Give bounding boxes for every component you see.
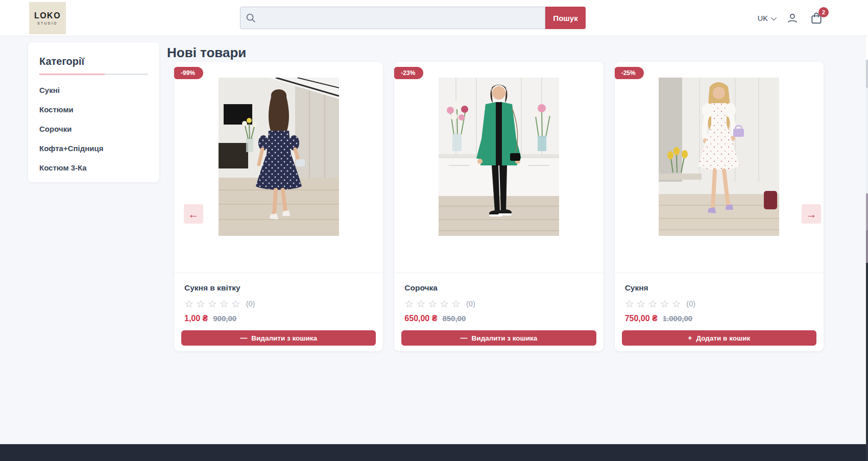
minus-icon: — — [461, 334, 468, 342]
discount-badge: -23% — [394, 67, 423, 79]
minus-icon: — — [240, 334, 247, 342]
search-icon — [245, 12, 256, 23]
discount-badge: -99% — [174, 67, 203, 79]
old-price: 850,00 — [442, 314, 466, 323]
product-name[interactable]: Сорочка — [404, 283, 593, 293]
arrow-right-icon: → — [806, 209, 817, 220]
search-form: Пошук — [240, 7, 586, 29]
product-card: -99% — [174, 62, 383, 351]
sidebar-item-dresses[interactable]: Сукні — [39, 86, 148, 94]
rating-row: ☆☆☆☆☆ (0) — [184, 299, 373, 309]
rating-count: (0) — [686, 300, 695, 308]
product-photo-white-dress[interactable] — [615, 62, 824, 273]
old-price: 1.000,00 — [663, 314, 692, 323]
rating-row: ☆☆☆☆☆ (0) — [625, 299, 813, 309]
sidebar-item-top-skirt[interactable]: Кофта+Спідниця — [39, 144, 148, 153]
current-price: 750,00 ₴ — [625, 314, 658, 323]
price-row: 650,00 ₴ 850,00 — [404, 314, 593, 323]
product-name[interactable]: Сукня — [625, 283, 813, 293]
current-price: 1,00 ₴ — [184, 314, 208, 323]
rating-row: ☆☆☆☆☆ (0) — [404, 299, 593, 309]
old-price: 900,00 — [213, 314, 236, 323]
arrow-left-icon: ← — [188, 209, 199, 220]
button-label: Додати в кошик — [696, 334, 751, 342]
product-card: -25% — [615, 62, 824, 351]
product-photo-floral-dress[interactable] — [174, 62, 383, 273]
star-rating-icons: ☆☆☆☆☆ — [184, 299, 243, 309]
carousel-prev-button[interactable]: ← — [184, 204, 203, 224]
logo-subtitle: STUDIO — [37, 21, 58, 25]
product-card: -23% — [394, 62, 603, 351]
categories-panel: Категорії Сукні Костюми Сорочки Кофта+Сп… — [28, 42, 159, 182]
remove-from-cart-button[interactable]: — Видалити з кошика — [181, 330, 376, 346]
remove-from-cart-button[interactable]: — Видалити з кошика — [401, 330, 596, 346]
header-right: UK 2 — [758, 0, 823, 36]
discount-badge: -25% — [615, 67, 644, 79]
add-to-cart-button[interactable]: + Додати в кошик — [622, 330, 816, 346]
header: LOKO STUDIO Пошук UK 2 — [0, 0, 868, 36]
star-rating-icons: ☆☆☆☆☆ — [625, 299, 684, 309]
logo[interactable]: LOKO STUDIO — [29, 2, 66, 34]
sidebar-item-suit-3[interactable]: Костюм 3-Ка — [39, 163, 148, 172]
product-image — [439, 78, 559, 236]
product-info: Сукня в квітку ☆☆☆☆☆ (0) 1,00 ₴ 900,00 — [174, 273, 383, 324]
page-title: Нові товари — [167, 45, 246, 61]
sidebar-item-shirts[interactable]: Сорочки — [39, 125, 148, 133]
search-button[interactable]: Пошук — [545, 7, 586, 29]
right-edge-sliver — [866, 0, 868, 461]
current-price: 650,00 ₴ — [404, 314, 437, 323]
chevron-down-icon — [771, 14, 777, 20]
cart-count-badge: 2 — [818, 7, 829, 17]
product-image — [219, 78, 339, 236]
categories-title-rule — [39, 74, 148, 75]
product-info: Сорочка ☆☆☆☆☆ (0) 650,00 ₴ 850,00 — [394, 273, 603, 324]
footer — [0, 444, 868, 461]
plus-icon: + — [688, 334, 692, 342]
star-rating-icons: ☆☆☆☆☆ — [404, 299, 463, 309]
product-photo-green-shirt[interactable] — [394, 62, 603, 273]
product-name[interactable]: Сукня в квітку — [184, 283, 373, 293]
cart-button[interactable]: 2 — [810, 12, 823, 25]
account-button[interactable] — [786, 12, 799, 25]
button-label: Видалити з кошика — [251, 334, 317, 342]
rating-count: (0) — [246, 300, 255, 308]
user-icon — [786, 12, 799, 25]
product-image — [659, 78, 779, 236]
price-row: 750,00 ₴ 1.000,00 — [625, 314, 813, 323]
logo-title: LOKO — [34, 11, 61, 20]
search-input-wrap — [240, 7, 545, 29]
product-cards: -99% — [174, 62, 824, 351]
new-products-carousel: -99% — [174, 62, 824, 351]
rating-count: (0) — [466, 300, 475, 308]
sidebar-item-suits[interactable]: Костюми — [39, 105, 148, 114]
button-label: Видалити з кошика — [472, 334, 538, 342]
product-info: Сукня ☆☆☆☆☆ (0) 750,00 ₴ 1.000,00 — [615, 273, 824, 324]
price-row: 1,00 ₴ 900,00 — [184, 314, 373, 323]
search-input[interactable] — [240, 7, 545, 29]
categories-title: Категорії — [39, 56, 148, 67]
language-selector[interactable]: UK — [758, 14, 775, 22]
carousel-next-button[interactable]: → — [802, 204, 821, 224]
language-value: UK — [758, 14, 768, 22]
